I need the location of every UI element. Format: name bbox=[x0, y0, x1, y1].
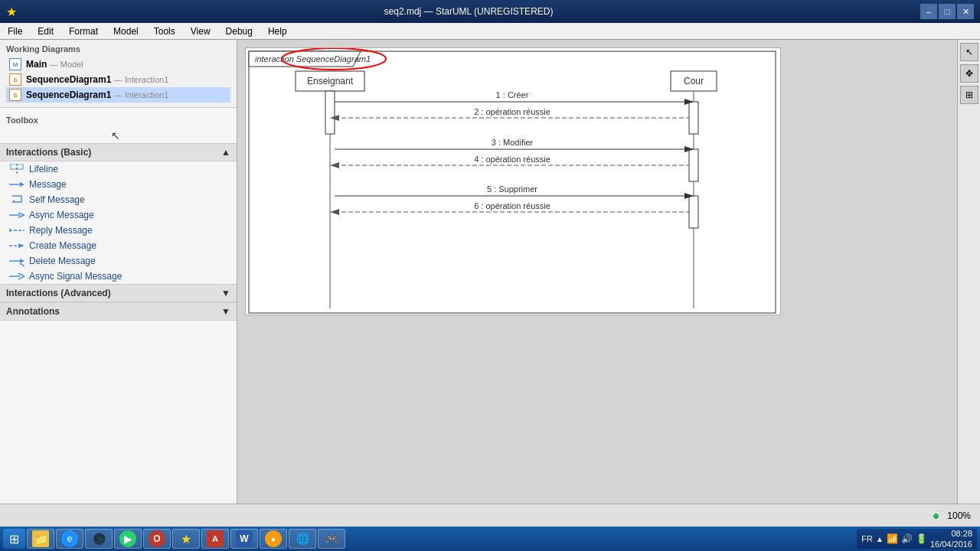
collapse-icon-annotations: ▼ bbox=[221, 306, 230, 317]
title-text: seq2.mdj — StarUML (UNREGISTERED) bbox=[384, 6, 554, 17]
svg-text:6 : opération réussie: 6 : opération réussie bbox=[474, 201, 550, 210]
taskbar-app-opera[interactable]: O bbox=[143, 529, 171, 549]
svg-rect-24 bbox=[325, 91, 335, 134]
taskbar-app-staruml[interactable]: ★ bbox=[172, 529, 200, 549]
toolbox-async-message[interactable]: Async Message bbox=[0, 207, 237, 223]
main-layout: Working Diagrams M Main — Model S Sequen… bbox=[0, 40, 980, 504]
taskbar-app-media[interactable]: ▶ bbox=[114, 529, 142, 549]
svg-text:Cour: Cour bbox=[684, 76, 704, 86]
toolbox-async-signal-message[interactable]: Async Signal Message bbox=[0, 269, 237, 284]
diagram-canvas[interactable]: interaction SequenceDiagram1 Enseignant … bbox=[245, 47, 781, 315]
svg-text:Enseignant: Enseignant bbox=[307, 76, 354, 86]
right-tool-zoom[interactable]: ⊞ bbox=[960, 86, 978, 104]
orange-icon: ● bbox=[265, 530, 282, 547]
taskbar-app-word[interactable]: W bbox=[230, 529, 258, 549]
taskbar-app-game[interactable]: 🎮 bbox=[318, 529, 345, 549]
tray-lang: FR bbox=[861, 534, 873, 543]
self-message-label: Self Message bbox=[29, 194, 85, 205]
toolbox: Toolbox ↖ Interactions (Basic) ▲ Lifelin… bbox=[0, 108, 237, 504]
windows-logo: ⊞ bbox=[9, 532, 19, 546]
staruml-icon: ★ bbox=[178, 530, 194, 547]
system-tray: FR ▲ 📶 🔊 🔋 08:28 16/04/2016 bbox=[857, 529, 977, 549]
ie-icon: e bbox=[61, 530, 78, 547]
svg-text:5 : Supprimer: 5 : Supprimer bbox=[487, 184, 537, 194]
right-tool-cursor[interactable]: ↖ bbox=[960, 43, 978, 61]
toolbox-reply-message[interactable]: Reply Message bbox=[0, 223, 237, 238]
async-message-icon bbox=[9, 210, 24, 220]
cursor-icon: ↖ bbox=[111, 129, 120, 142]
taskbar-app-ie[interactable]: e bbox=[56, 529, 83, 549]
toolbox-delete-message[interactable]: Delete Message bbox=[0, 253, 237, 269]
taskbar-app-orange[interactable]: ● bbox=[260, 529, 287, 549]
menu-item-help[interactable]: Help bbox=[260, 23, 295, 39]
menu-item-model[interactable]: Model bbox=[106, 23, 146, 39]
canvas-area[interactable]: interaction SequenceDiagram1 Enseignant … bbox=[237, 40, 957, 504]
diagram-item-seq1[interactable]: S SequenceDiagram1 — Interaction1 bbox=[6, 72, 230, 87]
toolbox-self-message[interactable]: Self Message bbox=[0, 192, 237, 207]
menu-item-edit[interactable]: Edit bbox=[30, 23, 61, 39]
svg-line-12 bbox=[20, 263, 24, 266]
toolbox-section-interactions-basic[interactable]: Interactions (Basic) ▲ bbox=[0, 143, 237, 161]
toolbox-section-annotations[interactable]: Annotations ▼ bbox=[0, 302, 237, 321]
diagram-item-seq2[interactable]: S SequenceDiagram1 — Interaction1 bbox=[6, 87, 230, 103]
tray-clock: 08:28 16/04/2016 bbox=[930, 528, 972, 550]
toolbox-annotations-label: Annotations bbox=[6, 306, 60, 317]
reply-message-label: Reply Message bbox=[29, 225, 93, 236]
menu-item-format[interactable]: Format bbox=[61, 23, 106, 39]
status-icon: ● bbox=[933, 509, 940, 523]
taskbar-app-network[interactable]: 🌐 bbox=[289, 529, 316, 549]
minimize-button[interactable]: – bbox=[920, 4, 937, 19]
window-controls: – □ ✕ bbox=[920, 4, 974, 19]
collapse-icon-advanced: ▼ bbox=[221, 288, 230, 298]
seq2-diagram-label: SequenceDiagram1 — Interaction1 bbox=[26, 90, 168, 100]
async-signal-icon bbox=[9, 271, 24, 282]
svg-rect-25 bbox=[689, 102, 698, 134]
create-message-icon bbox=[9, 240, 24, 251]
tray-icon-battery: 🔋 bbox=[916, 533, 927, 544]
right-panel: ↖ ✥ ⊞ bbox=[957, 40, 980, 504]
svg-text:2 : opération réussie: 2 : opération réussie bbox=[474, 107, 550, 116]
message-icon bbox=[9, 179, 24, 190]
taskbar-app-chrome[interactable]: 🌑 bbox=[85, 529, 113, 549]
maximize-button[interactable]: □ bbox=[939, 4, 956, 19]
seq1-diagram-icon: S bbox=[9, 73, 21, 86]
tray-date: 16/04/2016 bbox=[930, 539, 972, 549]
right-tool-pan[interactable]: ✥ bbox=[960, 64, 978, 83]
svg-marker-7 bbox=[9, 228, 11, 233]
zoom-level: 100% bbox=[947, 510, 971, 521]
toolbox-message[interactable]: Message bbox=[0, 177, 237, 192]
svg-marker-4 bbox=[12, 200, 15, 202]
self-message-icon bbox=[9, 194, 24, 205]
svg-marker-9 bbox=[18, 243, 24, 248]
toolbox-create-message[interactable]: Create Message bbox=[0, 238, 237, 253]
toolbox-section-label: Interactions (Basic) bbox=[6, 147, 91, 158]
taskbar-app-explorer[interactable]: 📁 bbox=[27, 529, 54, 549]
svg-text:1 : Créer: 1 : Créer bbox=[496, 90, 529, 99]
network-icon: 🌐 bbox=[294, 530, 311, 547]
svg-marker-11 bbox=[20, 259, 24, 263]
menu-item-view[interactable]: View bbox=[183, 23, 218, 39]
toolbox-lifeline[interactable]: Lifeline bbox=[0, 161, 237, 177]
taskbar-app-acrobat[interactable]: A bbox=[201, 529, 229, 549]
async-message-label: Async Message bbox=[29, 210, 94, 220]
toolbox-section-interactions-advanced[interactable]: Interactions (Advanced) ▼ bbox=[0, 284, 237, 302]
diagram-item-main[interactable]: M Main — Model bbox=[6, 57, 230, 72]
tray-up-arrow[interactable]: ▲ bbox=[876, 535, 884, 543]
toolbox-title: Toolbox bbox=[0, 111, 237, 128]
close-button[interactable]: ✕ bbox=[957, 4, 974, 19]
start-button[interactable]: ⊞ bbox=[3, 529, 25, 549]
working-diagrams-label: Working Diagrams bbox=[6, 44, 230, 54]
svg-text:interaction SequenceDiagram1: interaction SequenceDiagram1 bbox=[255, 54, 371, 64]
menu-item-tools[interactable]: Tools bbox=[146, 23, 183, 39]
taskbar: ⊞ 📁 e 🌑 ▶ O ★ A W ● 🌐 🎮 FR ▲ 📶 🔊 🔋 08 bbox=[0, 527, 980, 551]
menu-item-debug[interactable]: Debug bbox=[218, 23, 260, 39]
async-signal-label: Async Signal Message bbox=[29, 271, 122, 282]
toolbox-advanced-label: Interactions (Advanced) bbox=[6, 288, 111, 298]
seq2-diagram-icon: S bbox=[9, 89, 21, 101]
svg-text:4 : opération réussie: 4 : opération réussie bbox=[474, 155, 550, 164]
menu-item-file[interactable]: File bbox=[0, 23, 30, 39]
main-diagram-label: Main — Model bbox=[26, 59, 83, 70]
delete-message-icon bbox=[9, 256, 24, 266]
svg-text:3 : Modifier: 3 : Modifier bbox=[492, 138, 534, 147]
main-diagram-icon: M bbox=[9, 58, 21, 70]
